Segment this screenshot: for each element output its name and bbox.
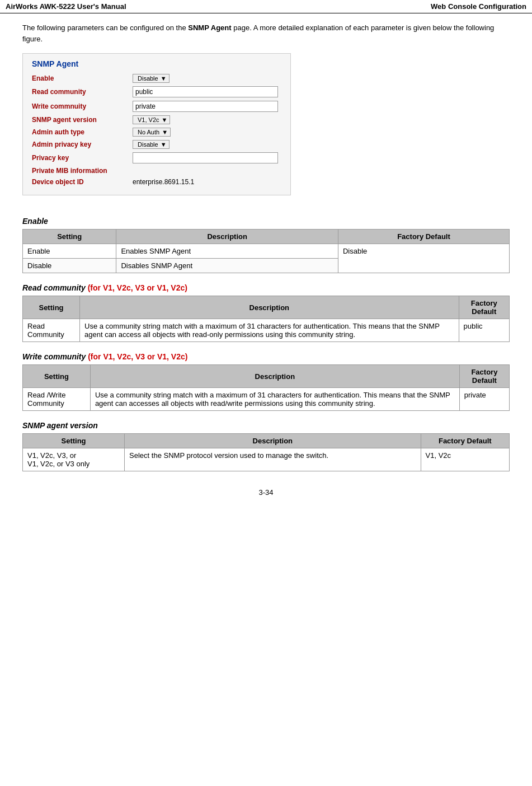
cell-description: Use a community string match with a maxi… bbox=[80, 319, 459, 342]
section-write-community-label: Write community bbox=[22, 352, 86, 361]
table-row: Read Community Use a community string ma… bbox=[23, 319, 510, 342]
table-row: V1, V2c, V3, orV1, V2c, or V3 only Selec… bbox=[23, 448, 510, 471]
read-community-header-row: Setting Description Factory Default bbox=[23, 296, 510, 319]
intro-bold: SNMP Agent bbox=[188, 24, 231, 32]
section-read-community-heading: Read community (for V1, V2c, V3 or V1, V… bbox=[22, 283, 510, 292]
cell-default: V1, V2c bbox=[421, 448, 509, 471]
cell-setting: V1, V2c, V3, orV1, V2c, or V3 only bbox=[23, 448, 125, 471]
page-header: AirWorks AWK-5222 User's Manual Web Cons… bbox=[0, 0, 532, 13]
form-row-write-community: Write commnuity bbox=[32, 101, 281, 112]
sv-col-setting: Setting bbox=[23, 434, 125, 448]
sv-col-default: Factory Default bbox=[421, 434, 509, 448]
wc-col-setting: Setting bbox=[23, 365, 91, 388]
intro-paragraph: The following parameters can be configur… bbox=[22, 22, 510, 44]
enable-col-default: Factory Default bbox=[338, 230, 509, 244]
label-device-id: Device object ID bbox=[32, 178, 133, 186]
snmp-agent-panel: SNMP Agent Enable Disable ▼ Read communi… bbox=[22, 53, 291, 195]
snmp-version-select[interactable]: V1, V2c ▼ bbox=[133, 115, 170, 124]
control-read-community bbox=[133, 86, 278, 97]
read-community-input[interactable] bbox=[133, 86, 278, 97]
form-row-private-mib: Private MIB information bbox=[32, 167, 281, 175]
cell-default: Disable bbox=[338, 244, 509, 273]
form-row-admin-privacy-key: Admin privacy key Disable ▼ bbox=[32, 140, 281, 149]
label-private-mib: Private MIB information bbox=[32, 167, 133, 175]
section-enable-label: Enable bbox=[22, 217, 48, 226]
form-row-snmp-version: SNMP agent version V1, V2c ▼ bbox=[32, 115, 281, 124]
cell-description: Select the SNMP protocol version used to… bbox=[125, 448, 421, 471]
snmp-version-header-row: Setting Description Factory Default bbox=[23, 434, 510, 448]
enable-col-description: Description bbox=[116, 230, 338, 244]
cell-description: Disables SNMP Agent bbox=[116, 259, 338, 273]
label-snmp-version: SNMP agent version bbox=[32, 116, 133, 124]
snmp-panel-title: SNMP Agent bbox=[32, 59, 281, 68]
sv-col-description: Description bbox=[125, 434, 421, 448]
device-id-value: enterprise.8691.15.1 bbox=[133, 178, 194, 186]
label-enable: Enable bbox=[32, 74, 133, 82]
table-row: Read /Write Community Use a community st… bbox=[23, 388, 510, 411]
main-content: The following parameters can be configur… bbox=[0, 13, 532, 506]
rc-col-setting: Setting bbox=[23, 296, 80, 319]
control-enable[interactable]: Disable ▼ bbox=[133, 74, 170, 83]
cell-default: public bbox=[459, 319, 509, 342]
table-row: Enable Enables SNMP Agent Disable bbox=[23, 244, 510, 259]
header-right: Web Console Configuration bbox=[431, 2, 526, 11]
enable-table-header-row: Setting Description Factory Default bbox=[23, 230, 510, 244]
section-snmp-version-label: SNMP agent version bbox=[22, 421, 98, 430]
section-write-community-heading: Write community (for V1, V2c, V3 or V1, … bbox=[22, 352, 510, 361]
cell-setting: Read /Write Community bbox=[23, 388, 91, 411]
control-snmp-version[interactable]: V1, V2c ▼ bbox=[133, 115, 170, 124]
control-admin-privacy-key[interactable]: Disable ▼ bbox=[133, 140, 170, 149]
section-snmp-version-heading: SNMP agent version bbox=[22, 421, 510, 430]
label-privacy-key: Privacy key bbox=[32, 154, 133, 162]
header-left: AirWorks AWK-5222 User's Manual bbox=[6, 2, 126, 11]
enable-arrow: ▼ bbox=[161, 75, 167, 82]
enable-value: Disable bbox=[138, 75, 158, 82]
snmp-version-table: Setting Description Factory Default V1, … bbox=[22, 433, 510, 471]
form-row-privacy-key: Privacy key bbox=[32, 152, 281, 163]
enable-table: Setting Description Factory Default Enab… bbox=[22, 229, 510, 273]
write-community-table: Setting Description Factory Default Read… bbox=[22, 364, 510, 411]
cell-description: Enables SNMP Agent bbox=[116, 244, 338, 259]
snmp-version-value: V1, V2c bbox=[138, 116, 159, 123]
enable-select[interactable]: Disable ▼ bbox=[133, 74, 170, 83]
enable-col-setting: Setting bbox=[23, 230, 116, 244]
rc-col-description: Description bbox=[80, 296, 459, 319]
privacy-key-input[interactable] bbox=[133, 152, 278, 163]
read-community-table: Setting Description Factory Default Read… bbox=[22, 296, 510, 342]
cell-setting: Read Community bbox=[23, 319, 80, 342]
cell-default: private bbox=[459, 388, 509, 411]
control-privacy-key bbox=[133, 152, 278, 163]
admin-auth-value: No Auth bbox=[138, 129, 159, 135]
form-row-read-community: Read community bbox=[32, 86, 281, 97]
admin-privacy-key-value: Disable bbox=[138, 141, 158, 148]
write-community-input[interactable] bbox=[133, 101, 278, 112]
label-admin-privacy-key: Admin privacy key bbox=[32, 141, 133, 148]
form-row-enable: Enable Disable ▼ bbox=[32, 74, 281, 83]
control-write-community bbox=[133, 101, 278, 112]
section-enable-heading: Enable bbox=[22, 217, 510, 226]
admin-auth-arrow: ▼ bbox=[162, 129, 168, 135]
cell-setting: Disable bbox=[23, 259, 116, 273]
form-row-device-id: Device object ID enterprise.8691.15.1 bbox=[32, 178, 281, 186]
snmp-version-arrow: ▼ bbox=[162, 116, 168, 123]
page-number: 3-34 bbox=[22, 488, 510, 497]
admin-privacy-key-select[interactable]: Disable ▼ bbox=[133, 140, 170, 149]
read-community-highlight: (for V1, V2c, V3 or V1, V2c) bbox=[88, 283, 187, 292]
form-row-admin-auth: Admin auth type No Auth ▼ bbox=[32, 128, 281, 137]
cell-description: Use a community string match with a maxi… bbox=[90, 388, 459, 411]
write-community-header-row: Setting Description Factory Default bbox=[23, 365, 510, 388]
control-admin-auth[interactable]: No Auth ▼ bbox=[133, 128, 171, 137]
label-read-community: Read community bbox=[32, 88, 133, 96]
wc-col-description: Description bbox=[90, 365, 459, 388]
label-write-community: Write commnuity bbox=[32, 102, 133, 110]
wc-col-default: Factory Default bbox=[459, 365, 509, 388]
label-admin-auth: Admin auth type bbox=[32, 128, 133, 136]
cell-setting: Enable bbox=[23, 244, 116, 259]
section-read-community-label: Read community bbox=[22, 283, 86, 292]
admin-auth-select[interactable]: No Auth ▼ bbox=[133, 128, 171, 137]
write-community-highlight: (for V1, V2c, V3 or V1, V2c) bbox=[88, 352, 187, 361]
admin-privacy-key-arrow: ▼ bbox=[161, 141, 167, 148]
intro-text-before: The following parameters can be configur… bbox=[22, 24, 188, 32]
rc-col-default: Factory Default bbox=[459, 296, 509, 319]
